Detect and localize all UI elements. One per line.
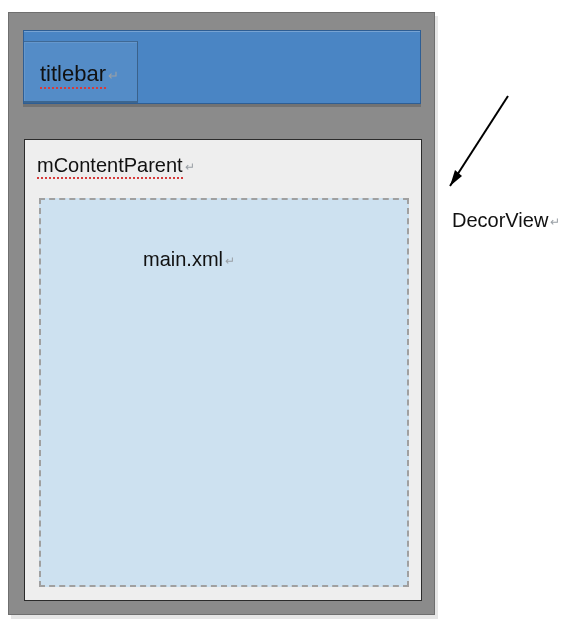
return-glyph-icon: ↵ <box>185 160 195 174</box>
return-glyph-icon: ↵ <box>225 254 235 268</box>
main-xml-label: main.xml↵ <box>143 248 235 271</box>
decorview-arrow-icon <box>440 92 520 202</box>
content-parent-label: mContentParent <box>37 154 183 179</box>
return-glyph-icon: ↵ <box>108 68 119 83</box>
content-parent-box: mContentParent↵ main.xml↵ <box>24 139 422 601</box>
content-parent-label-wrap: mContentParent↵ <box>37 154 195 177</box>
return-glyph-icon: ↵ <box>550 215 560 229</box>
decorview-text: DecorView <box>452 209 548 231</box>
svg-line-0 <box>450 96 508 186</box>
decor-view-box: titlebar↵ mContentParent↵ main.xml↵ <box>8 12 435 615</box>
main-xml-box: main.xml↵ <box>39 198 409 587</box>
titlebar-box: titlebar↵ <box>23 30 421 104</box>
titlebar-label-wrap: titlebar↵ <box>40 61 119 87</box>
main-xml-text: main.xml <box>143 248 223 270</box>
decorview-label: DecorView↵ <box>452 209 560 232</box>
svg-marker-1 <box>450 170 462 186</box>
titlebar-label: titlebar <box>40 61 106 89</box>
